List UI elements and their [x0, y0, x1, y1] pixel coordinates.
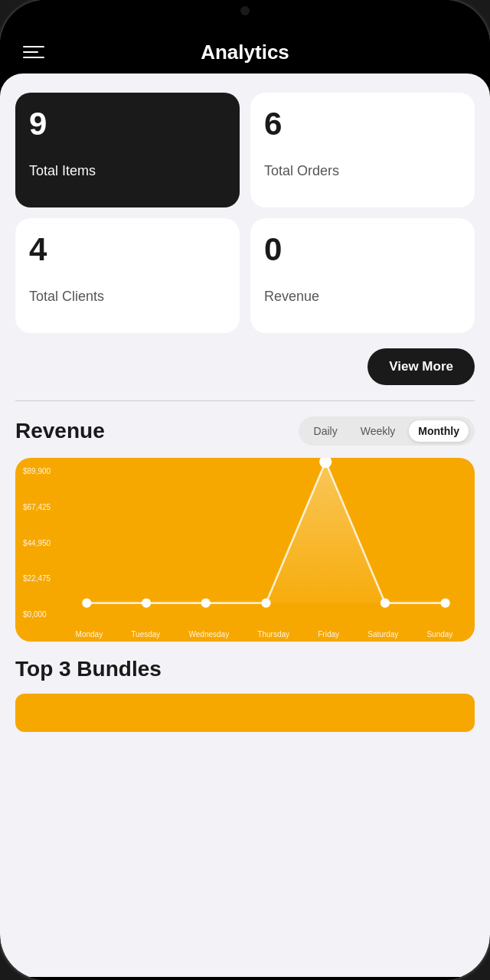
stat-card-total-items: 9 Total Items	[15, 93, 240, 207]
revenue-section: Revenue Daily Weekly Monthly $89,900 $67…	[15, 416, 475, 642]
stat-card-total-clients: 4 Total Clients	[15, 218, 240, 333]
phone-screen: Analytics 9 Total Items 6 Total Orders 4…	[0, 0, 490, 980]
period-selector: Daily Weekly Monthly	[299, 416, 475, 446]
dot-wednesday	[201, 598, 211, 607]
x-label-monday: Monday	[76, 630, 103, 639]
stat-label-total-clients: Total Clients	[29, 289, 226, 305]
section-divider	[15, 400, 475, 401]
y-label-3: $44,950	[23, 539, 51, 547]
y-label-2: $22,475	[23, 574, 51, 583]
dot-thursday	[261, 598, 270, 607]
y-label-5: $89,900	[23, 467, 51, 475]
bundle-bar-1	[15, 694, 475, 732]
view-more-button[interactable]: View More	[368, 348, 475, 385]
chart-x-labels: Monday Tuesday Wednesday Thursday Friday…	[54, 626, 475, 639]
revenue-title: Revenue	[15, 419, 105, 443]
stat-label-total-items: Total Items	[29, 163, 226, 179]
period-monthly[interactable]: Monthly	[409, 420, 469, 442]
revenue-chart: $89,900 $67,425 $44,950 $22,475 $0,000	[15, 458, 475, 642]
x-label-tuesday: Tuesday	[131, 630, 160, 639]
top-bundles-section: Top 3 Bundles	[15, 657, 475, 732]
stat-value-total-clients: 4	[29, 234, 226, 266]
revenue-header: Revenue Daily Weekly Monthly	[15, 416, 475, 446]
view-more-row: View More	[15, 348, 475, 385]
chart-area	[87, 462, 445, 603]
y-label-1: $0,000	[23, 610, 51, 619]
camera-dot	[240, 6, 250, 15]
period-weekly[interactable]: Weekly	[351, 420, 405, 442]
stat-card-revenue: 0 Revenue	[250, 218, 475, 333]
page-title: Analytics	[201, 41, 289, 64]
x-label-thursday: Thursday	[257, 630, 289, 639]
dot-friday	[319, 458, 332, 468]
x-label-saturday: Saturday	[368, 630, 398, 639]
dot-tuesday	[142, 598, 151, 607]
chart-svg	[57, 458, 475, 615]
content-area: 9 Total Items 6 Total Orders 4 Total Cli…	[0, 74, 490, 977]
x-label-sunday: Sunday	[426, 630, 452, 639]
stat-label-revenue: Revenue	[264, 289, 461, 305]
x-label-friday: Friday	[318, 630, 339, 639]
dot-saturday	[381, 598, 390, 607]
stat-label-total-orders: Total Orders	[264, 163, 461, 179]
stats-grid: 9 Total Items 6 Total Orders 4 Total Cli…	[15, 93, 475, 333]
header: Analytics	[0, 38, 490, 74]
dot-sunday	[441, 598, 450, 607]
stat-value-total-orders: 6	[264, 108, 461, 140]
x-label-wednesday: Wednesday	[189, 630, 230, 639]
period-daily[interactable]: Daily	[305, 420, 347, 442]
notch	[199, 0, 291, 21]
stat-card-total-orders: 6 Total Orders	[250, 93, 475, 207]
phone-frame: Analytics 9 Total Items 6 Total Orders 4…	[0, 0, 490, 980]
top-bundles-title: Top 3 Bundles	[15, 657, 475, 681]
status-bar	[0, 0, 490, 38]
stat-value-revenue: 0	[264, 234, 461, 266]
chart-line	[87, 462, 445, 603]
y-label-4: $67,425	[23, 503, 51, 511]
dot-monday	[82, 598, 91, 607]
chart-y-labels: $89,900 $67,425 $44,950 $22,475 $0,000	[23, 467, 51, 619]
back-icon[interactable]	[23, 46, 47, 58]
stat-value-total-items: 9	[29, 108, 226, 140]
